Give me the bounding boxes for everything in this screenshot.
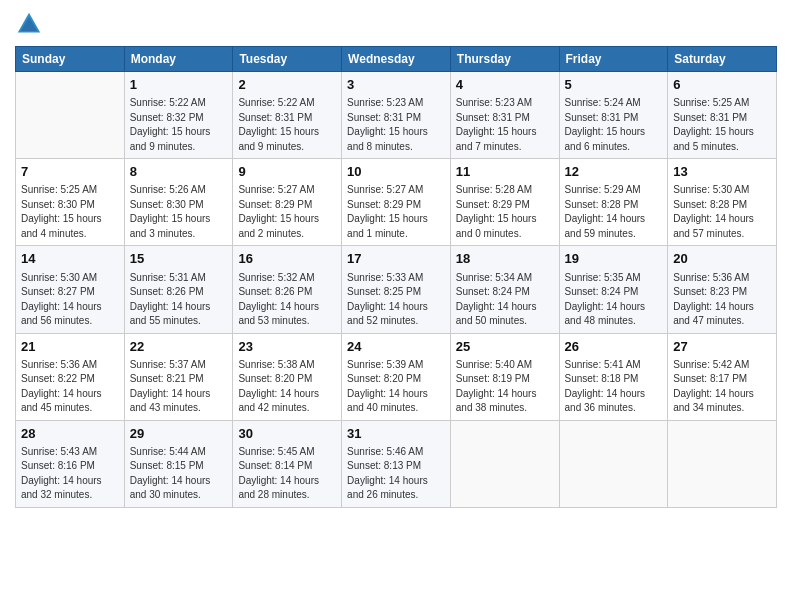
day-info: Sunrise: 5:24 AM Sunset: 8:31 PM Dayligh… (565, 96, 663, 154)
calendar-cell: 5Sunrise: 5:24 AM Sunset: 8:31 PM Daylig… (559, 72, 668, 159)
day-info: Sunrise: 5:36 AM Sunset: 8:22 PM Dayligh… (21, 358, 119, 416)
day-info: Sunrise: 5:31 AM Sunset: 8:26 PM Dayligh… (130, 271, 228, 329)
day-number: 9 (238, 163, 336, 181)
day-number: 23 (238, 338, 336, 356)
day-info: Sunrise: 5:32 AM Sunset: 8:26 PM Dayligh… (238, 271, 336, 329)
day-number: 5 (565, 76, 663, 94)
day-number: 29 (130, 425, 228, 443)
calendar-cell: 30Sunrise: 5:45 AM Sunset: 8:14 PM Dayli… (233, 420, 342, 507)
header-thursday: Thursday (450, 47, 559, 72)
calendar-cell: 24Sunrise: 5:39 AM Sunset: 8:20 PM Dayli… (342, 333, 451, 420)
day-info: Sunrise: 5:27 AM Sunset: 8:29 PM Dayligh… (238, 183, 336, 241)
calendar-cell: 7Sunrise: 5:25 AM Sunset: 8:30 PM Daylig… (16, 159, 125, 246)
day-number: 20 (673, 250, 771, 268)
calendar-cell: 29Sunrise: 5:44 AM Sunset: 8:15 PM Dayli… (124, 420, 233, 507)
day-number: 1 (130, 76, 228, 94)
day-number: 28 (21, 425, 119, 443)
calendar-cell: 1Sunrise: 5:22 AM Sunset: 8:32 PM Daylig… (124, 72, 233, 159)
day-info: Sunrise: 5:25 AM Sunset: 8:31 PM Dayligh… (673, 96, 771, 154)
calendar-cell (16, 72, 125, 159)
header-wednesday: Wednesday (342, 47, 451, 72)
day-info: Sunrise: 5:23 AM Sunset: 8:31 PM Dayligh… (347, 96, 445, 154)
day-info: Sunrise: 5:39 AM Sunset: 8:20 PM Dayligh… (347, 358, 445, 416)
day-number: 13 (673, 163, 771, 181)
day-number: 25 (456, 338, 554, 356)
day-info: Sunrise: 5:30 AM Sunset: 8:27 PM Dayligh… (21, 271, 119, 329)
day-number: 30 (238, 425, 336, 443)
calendar-cell: 17Sunrise: 5:33 AM Sunset: 8:25 PM Dayli… (342, 246, 451, 333)
day-info: Sunrise: 5:23 AM Sunset: 8:31 PM Dayligh… (456, 96, 554, 154)
day-number: 19 (565, 250, 663, 268)
day-number: 3 (347, 76, 445, 94)
calendar-cell: 10Sunrise: 5:27 AM Sunset: 8:29 PM Dayli… (342, 159, 451, 246)
day-info: Sunrise: 5:37 AM Sunset: 8:21 PM Dayligh… (130, 358, 228, 416)
calendar-cell: 25Sunrise: 5:40 AM Sunset: 8:19 PM Dayli… (450, 333, 559, 420)
calendar-cell: 13Sunrise: 5:30 AM Sunset: 8:28 PM Dayli… (668, 159, 777, 246)
day-info: Sunrise: 5:46 AM Sunset: 8:13 PM Dayligh… (347, 445, 445, 503)
day-info: Sunrise: 5:34 AM Sunset: 8:24 PM Dayligh… (456, 271, 554, 329)
calendar-cell (668, 420, 777, 507)
day-number: 10 (347, 163, 445, 181)
calendar-cell: 18Sunrise: 5:34 AM Sunset: 8:24 PM Dayli… (450, 246, 559, 333)
calendar-cell (450, 420, 559, 507)
day-info: Sunrise: 5:27 AM Sunset: 8:29 PM Dayligh… (347, 183, 445, 241)
day-info: Sunrise: 5:35 AM Sunset: 8:24 PM Dayligh… (565, 271, 663, 329)
day-number: 21 (21, 338, 119, 356)
day-number: 16 (238, 250, 336, 268)
calendar-cell (559, 420, 668, 507)
day-number: 26 (565, 338, 663, 356)
day-number: 8 (130, 163, 228, 181)
day-info: Sunrise: 5:25 AM Sunset: 8:30 PM Dayligh… (21, 183, 119, 241)
calendar-week-row: 28Sunrise: 5:43 AM Sunset: 8:16 PM Dayli… (16, 420, 777, 507)
day-info: Sunrise: 5:45 AM Sunset: 8:14 PM Dayligh… (238, 445, 336, 503)
day-number: 24 (347, 338, 445, 356)
day-number: 17 (347, 250, 445, 268)
calendar-week-row: 14Sunrise: 5:30 AM Sunset: 8:27 PM Dayli… (16, 246, 777, 333)
day-info: Sunrise: 5:30 AM Sunset: 8:28 PM Dayligh… (673, 183, 771, 241)
day-number: 18 (456, 250, 554, 268)
calendar-cell: 6Sunrise: 5:25 AM Sunset: 8:31 PM Daylig… (668, 72, 777, 159)
calendar-cell: 20Sunrise: 5:36 AM Sunset: 8:23 PM Dayli… (668, 246, 777, 333)
calendar-cell: 14Sunrise: 5:30 AM Sunset: 8:27 PM Dayli… (16, 246, 125, 333)
calendar-cell: 21Sunrise: 5:36 AM Sunset: 8:22 PM Dayli… (16, 333, 125, 420)
header-monday: Monday (124, 47, 233, 72)
calendar-header-row: SundayMondayTuesdayWednesdayThursdayFrid… (16, 47, 777, 72)
day-number: 14 (21, 250, 119, 268)
day-info: Sunrise: 5:44 AM Sunset: 8:15 PM Dayligh… (130, 445, 228, 503)
day-info: Sunrise: 5:33 AM Sunset: 8:25 PM Dayligh… (347, 271, 445, 329)
day-info: Sunrise: 5:36 AM Sunset: 8:23 PM Dayligh… (673, 271, 771, 329)
day-number: 2 (238, 76, 336, 94)
day-info: Sunrise: 5:22 AM Sunset: 8:31 PM Dayligh… (238, 96, 336, 154)
calendar-table: SundayMondayTuesdayWednesdayThursdayFrid… (15, 46, 777, 508)
calendar-cell: 28Sunrise: 5:43 AM Sunset: 8:16 PM Dayli… (16, 420, 125, 507)
logo (15, 10, 47, 38)
day-info: Sunrise: 5:40 AM Sunset: 8:19 PM Dayligh… (456, 358, 554, 416)
header-friday: Friday (559, 47, 668, 72)
day-info: Sunrise: 5:41 AM Sunset: 8:18 PM Dayligh… (565, 358, 663, 416)
day-number: 22 (130, 338, 228, 356)
header-sunday: Sunday (16, 47, 125, 72)
calendar-cell: 16Sunrise: 5:32 AM Sunset: 8:26 PM Dayli… (233, 246, 342, 333)
calendar-week-row: 21Sunrise: 5:36 AM Sunset: 8:22 PM Dayli… (16, 333, 777, 420)
calendar-cell: 12Sunrise: 5:29 AM Sunset: 8:28 PM Dayli… (559, 159, 668, 246)
logo-icon (15, 10, 43, 38)
day-info: Sunrise: 5:28 AM Sunset: 8:29 PM Dayligh… (456, 183, 554, 241)
day-info: Sunrise: 5:29 AM Sunset: 8:28 PM Dayligh… (565, 183, 663, 241)
day-info: Sunrise: 5:38 AM Sunset: 8:20 PM Dayligh… (238, 358, 336, 416)
calendar-week-row: 1Sunrise: 5:22 AM Sunset: 8:32 PM Daylig… (16, 72, 777, 159)
calendar-cell: 22Sunrise: 5:37 AM Sunset: 8:21 PM Dayli… (124, 333, 233, 420)
calendar-cell: 9Sunrise: 5:27 AM Sunset: 8:29 PM Daylig… (233, 159, 342, 246)
calendar-cell: 11Sunrise: 5:28 AM Sunset: 8:29 PM Dayli… (450, 159, 559, 246)
calendar-cell: 2Sunrise: 5:22 AM Sunset: 8:31 PM Daylig… (233, 72, 342, 159)
calendar-cell: 19Sunrise: 5:35 AM Sunset: 8:24 PM Dayli… (559, 246, 668, 333)
day-number: 11 (456, 163, 554, 181)
calendar-cell: 23Sunrise: 5:38 AM Sunset: 8:20 PM Dayli… (233, 333, 342, 420)
calendar-cell: 3Sunrise: 5:23 AM Sunset: 8:31 PM Daylig… (342, 72, 451, 159)
day-number: 15 (130, 250, 228, 268)
calendar-cell: 4Sunrise: 5:23 AM Sunset: 8:31 PM Daylig… (450, 72, 559, 159)
calendar-cell: 8Sunrise: 5:26 AM Sunset: 8:30 PM Daylig… (124, 159, 233, 246)
header-saturday: Saturday (668, 47, 777, 72)
day-number: 4 (456, 76, 554, 94)
day-info: Sunrise: 5:43 AM Sunset: 8:16 PM Dayligh… (21, 445, 119, 503)
day-number: 7 (21, 163, 119, 181)
